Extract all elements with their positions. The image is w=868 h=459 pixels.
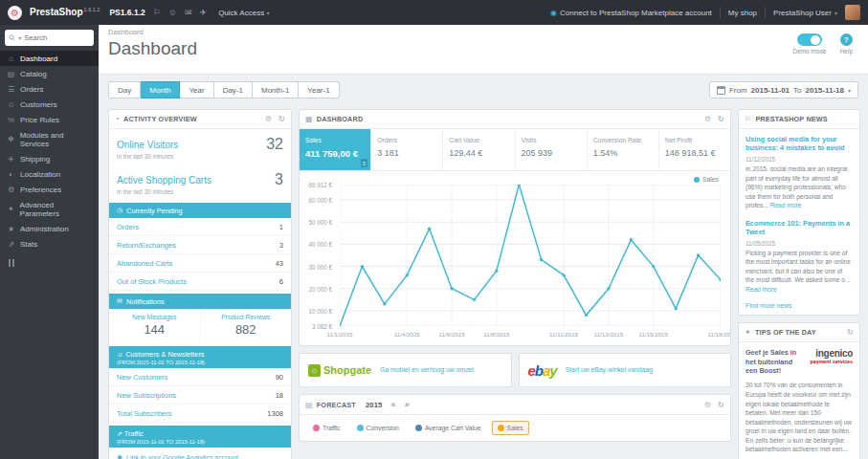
search-type-caret-icon[interactable]: ▾: [18, 34, 21, 41]
range-year-button[interactable]: Year: [180, 81, 213, 98]
news-article: Using social media for your business: 4 …: [746, 135, 853, 210]
stat-net-profit[interactable]: Net Profit 148 918,51 €: [659, 129, 730, 170]
pending-orders-row[interactable]: Orders1: [109, 218, 291, 236]
out-of-stock-row[interactable]: Out of Stock Products6: [109, 273, 291, 291]
chevron-down-icon: ▾: [848, 87, 851, 94]
help-icon[interactable]: ?: [840, 33, 853, 46]
forecast-panel-header: ▤ FORECAST 2015 « » ⚙ ↻: [300, 395, 730, 415]
marketplace-link[interactable]: ◉Connect to PrestaShop Marketplace accou…: [550, 9, 712, 17]
ebay-ad[interactable]: ebay Start uw eBay-winkel vandaag: [519, 353, 732, 387]
stat-visits[interactable]: Visits 205 939: [516, 129, 588, 170]
news-panel: ⚐ PRESTASHOP NEWS Using social media for…: [738, 109, 860, 316]
product-reviews-cell[interactable]: Product Reviews 882: [201, 309, 292, 343]
refresh-icon[interactable]: ↻: [718, 401, 724, 409]
folder-icon: ▤: [7, 70, 15, 78]
user-menu[interactable]: PrestaShop User ▾: [773, 9, 837, 17]
stats-icon: ⇗: [7, 240, 15, 249]
bell-icon: ✉: [117, 297, 122, 305]
stat-conversion-rate[interactable]: Conversion Rate 1.54%: [588, 129, 659, 170]
sidebar-item-localization[interactable]: ◐Localization: [0, 166, 99, 182]
sidebar-item-shipping[interactable]: ✈Shipping: [0, 151, 99, 166]
prestashop-logo-icon[interactable]: ⚙: [8, 6, 22, 20]
forecast-legend-average-cart-value[interactable]: Average Cart Value: [410, 421, 487, 435]
forecast-legend-conversion[interactable]: Conversion: [351, 421, 405, 435]
read-more-link[interactable]: Read more: [770, 202, 802, 208]
my-shop-link[interactable]: My shop: [728, 9, 757, 17]
shopgate-link[interactable]: Ga mobiel en verhoog uw omzet: [380, 366, 474, 374]
shop-name[interactable]: PS1.6.1.2: [109, 8, 145, 17]
gear-icon[interactable]: ⚙: [704, 401, 711, 409]
search-input[interactable]: [24, 33, 90, 42]
date-range-button[interactable]: From2015-11-01 To2015-11-18 ▾: [709, 81, 858, 98]
total-subscribers-row[interactable]: Total Subscribers1308: [109, 404, 291, 423]
stat-sales[interactable]: Sales 411 759,00 € ≡: [300, 129, 371, 170]
active-carts-link[interactable]: Active Shopping Carts: [117, 175, 211, 186]
ebay-link[interactable]: Start uw eBay-winkel vandaag: [566, 366, 653, 374]
range-day-1-button[interactable]: Day-1: [214, 81, 253, 98]
news-article-date: 11/05/2015: [746, 240, 853, 247]
range-month-1-button[interactable]: Month-1: [253, 81, 299, 98]
read-more-link[interactable]: Read more: [746, 286, 777, 293]
stat-orders[interactable]: Orders 3 181: [371, 129, 443, 170]
new-subscriptions-row[interactable]: New Subscriptions18: [109, 386, 291, 404]
user-avatar[interactable]: [845, 5, 860, 20]
active-carts-value: 3: [275, 171, 283, 188]
news-article-title[interactable]: Ecommerce 101: Payments in a Tweet: [746, 219, 853, 237]
sidebar-item-modules[interactable]: ❖Modules and Services: [0, 127, 99, 151]
launch-icon[interactable]: ✈: [200, 8, 208, 17]
sidebar-item-preferences[interactable]: ⚙Preferences: [0, 182, 99, 197]
shopgate-icon: ⌂: [308, 364, 321, 377]
online-visitors-subtitle: in the last 30 minutes: [109, 153, 291, 164]
news-panel-title: PRESTASHOP NEWS: [755, 115, 827, 123]
clock-icon: ◷: [117, 207, 122, 214]
refresh-icon[interactable]: ↻: [718, 115, 724, 123]
marketplace-icon: ◉: [550, 9, 557, 17]
news-article-excerpt: Picking a payment provider is one of the…: [746, 249, 853, 295]
sidebar-item-customers[interactable]: ☺Customers: [0, 97, 99, 112]
quick-access-menu[interactable]: Quick Access ▾: [218, 9, 269, 17]
orders-notification-icon[interactable]: ⚐: [153, 8, 161, 17]
messages-notification-icon[interactable]: ✉: [185, 8, 192, 17]
details-icon[interactable]: ≡: [361, 159, 368, 167]
online-visitors-link[interactable]: Online Visitors: [117, 140, 178, 150]
new-messages-cell[interactable]: New Messages 144: [109, 309, 201, 343]
news-article-date: 11/12/2015: [746, 156, 853, 163]
forecast-legend-sales[interactable]: Sales: [492, 421, 529, 435]
breadcrumb[interactable]: Dashboard: [108, 28, 858, 36]
sidebar-item-catalog[interactable]: ▤Catalog: [0, 66, 99, 81]
sidebar-item-orders[interactable]: ☰Orders: [0, 81, 99, 97]
sidebar-item-stats[interactable]: ⇗Stats: [0, 236, 99, 251]
find-more-news-link[interactable]: Find more news: [746, 302, 853, 309]
traffic-header: ⇗ Traffic (FROM 2015-11-01 TO 2015-11-18…: [109, 426, 291, 448]
sidebar-item-price-rules[interactable]: %Price Rules: [0, 112, 99, 127]
dashboard-panel: ▦ DASHBOARD ⚙ ↻ Sales 411 759,00 € ≡ Ord…: [299, 109, 731, 346]
forecast-prev-button[interactable]: «: [390, 400, 395, 409]
range-day-button[interactable]: Day: [108, 81, 141, 98]
abandoned-carts-row[interactable]: Abandoned Carts43: [109, 254, 291, 273]
sidebar-item-administration[interactable]: ★Administration: [0, 221, 99, 236]
google-analytics-link[interactable]: Link to your Google Analytics account: [126, 454, 238, 459]
stat-cart-value[interactable]: Cart Value 129,44 €: [443, 129, 515, 170]
gear-icon[interactable]: ⚙: [265, 115, 272, 123]
refresh-icon[interactable]: ↻: [278, 115, 285, 123]
tools-icon: ✦: [7, 205, 15, 213]
sidebar-item-dashboard[interactable]: ⌂Dashboard: [0, 51, 99, 66]
version-label: 1.6.1.2: [84, 7, 100, 12]
sidebar-collapse-button[interactable]: [0, 251, 99, 274]
range-month-button[interactable]: Month: [141, 81, 180, 98]
demo-mode-toggle[interactable]: [797, 33, 822, 46]
sidebar-item-advanced-parameters[interactable]: ✦Advanced Parameters: [0, 197, 99, 221]
forecast-legend-traffic[interactable]: Traffic: [307, 421, 346, 435]
range-year-1-button[interactable]: Year-1: [299, 81, 339, 98]
shopgate-ad[interactable]: ⌂ Shopgate Ga mobiel en verhoog uw omzet: [299, 353, 512, 387]
gear-icon[interactable]: ⚙: [704, 115, 711, 123]
new-customers-row[interactable]: New Customers90: [109, 368, 291, 386]
forecast-next-button[interactable]: »: [405, 400, 410, 409]
dashboard-panel-title: DASHBOARD: [317, 115, 364, 123]
activity-overview-panel: ◔ ACTIVITY OVERVIEW ⚙ ↻ Online Visitors …: [108, 109, 292, 459]
customers-notification-icon[interactable]: ☺: [168, 8, 177, 17]
refresh-icon[interactable]: ↻: [847, 328, 854, 337]
pending-returns-row[interactable]: Return/Exchanges3: [109, 236, 291, 254]
news-article-title[interactable]: Using social media for your business: 4 …: [746, 135, 853, 153]
sidebar-search[interactable]: ▾: [5, 30, 94, 46]
